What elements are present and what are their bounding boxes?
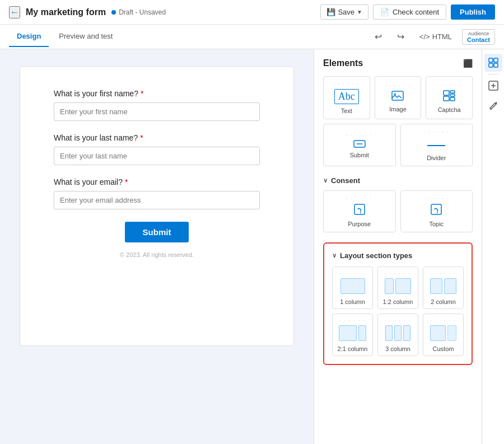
draft-status: Draft - Unsaved: [111, 8, 166, 16]
save-icon: 💾: [326, 8, 335, 16]
text-dots: · · · · · ·: [334, 82, 360, 87]
audience-badge[interactable]: Audience Contact: [462, 29, 495, 45]
tab-design[interactable]: Design: [9, 26, 49, 47]
21col-small-box: [358, 325, 366, 341]
svg-rect-5: [444, 96, 449, 101]
layout-12col[interactable]: · · · · · · 1:2 column: [377, 267, 418, 309]
tabs-bar: Design Preview and test ↩ ↪ </> HTML Aud…: [0, 25, 504, 49]
main-content: What is your first name?* What is your l…: [0, 49, 504, 444]
layout-1col[interactable]: · · · · · · 1 column: [332, 267, 373, 309]
captcha-icon: [443, 90, 455, 104]
svg-rect-10: [354, 204, 365, 214]
12col-dots: · · · · · ·: [385, 272, 410, 276]
email-input[interactable]: [54, 191, 260, 209]
draft-dot: [111, 10, 116, 15]
element-purpose[interactable]: · · · · · · Purpose: [323, 190, 396, 232]
purpose-dots: · · · · · ·: [347, 197, 372, 201]
tabs-left: Design Preview and test: [9, 26, 123, 47]
layout-title: ∨ Layout section types: [332, 251, 464, 260]
layout-section: ∨ Layout section types · · · · · · 1 col…: [323, 242, 473, 365]
2col-box2: [444, 278, 456, 294]
save-button[interactable]: 💾 Save ▼: [320, 4, 368, 20]
submit-button[interactable]: Submit: [125, 222, 189, 242]
submit-area: Submit: [54, 222, 260, 242]
12col-big-box: [395, 278, 411, 294]
element-submit[interactable]: · · · · · · Submit: [323, 124, 396, 166]
1col-box: [340, 278, 365, 294]
sidebar-edit-button[interactable]: [484, 97, 502, 115]
21col-label: 2:1 column: [338, 345, 368, 352]
sidebar-elements-button[interactable]: [484, 54, 502, 72]
element-divider[interactable]: · · · · · · Divider: [400, 124, 473, 166]
form-canvas: What is your first name?* What is your l…: [0, 49, 314, 444]
tab-preview[interactable]: Preview and test: [51, 26, 120, 47]
elements-grid: · · · · · · Abc Text · · · · · · Image ·…: [323, 76, 473, 119]
svg-rect-15: [494, 58, 498, 62]
last-name-group: What is your last name?*: [54, 133, 260, 165]
sidebar-add-button[interactable]: [484, 77, 502, 95]
layout-title-label: Layout section types: [340, 251, 412, 260]
image-dots: · · · · · ·: [385, 84, 410, 88]
21col-big-box: [339, 325, 357, 341]
html-button[interactable]: </> HTML: [415, 30, 456, 43]
svg-rect-4: [450, 94, 455, 96]
svg-rect-16: [489, 63, 493, 67]
tabs-right: ↩ ↪ </> HTML Audience Contact: [370, 29, 495, 45]
3col-box1: [385, 325, 393, 341]
sidebar-divider: [488, 74, 499, 74]
submit-label: Submit: [350, 152, 369, 158]
3col-label: 3 column: [385, 345, 410, 352]
custom-visual: [430, 325, 456, 341]
2col-label: 2 column: [431, 298, 456, 305]
required-star-2: *: [140, 133, 143, 142]
layout-collapse-icon[interactable]: ∨: [332, 252, 337, 259]
1col-label: 1 column: [340, 298, 365, 305]
purpose-icon: [353, 203, 366, 218]
svg-rect-12: [431, 204, 441, 214]
layout-2col[interactable]: · · · · · · 2 column: [423, 267, 464, 309]
12col-visual: [385, 278, 411, 294]
21col-visual: [339, 325, 366, 341]
svg-rect-14: [489, 58, 493, 62]
first-name-input[interactable]: [54, 102, 260, 121]
save-chevron: ▼: [357, 9, 362, 15]
divider-dots: · · · · · ·: [423, 130, 449, 134]
element-captcha[interactable]: · · · · · · Captcha: [426, 76, 473, 119]
consent-collapse-icon[interactable]: ∨: [323, 177, 328, 184]
submit-dots: · · · · · ·: [347, 133, 372, 138]
first-name-label: What is your first name?*: [54, 89, 260, 98]
topic-icon: [430, 203, 442, 218]
3col-box3: [403, 325, 410, 341]
layout-3col[interactable]: · · · · · · 3 column: [377, 314, 418, 356]
custom-dots: · · · · · ·: [430, 319, 456, 323]
check-content-label: Check content: [393, 8, 439, 16]
svg-rect-17: [494, 63, 498, 67]
html-label: HTML: [432, 32, 452, 41]
form-card: What is your first name?* What is your l…: [20, 66, 294, 346]
header-left: ← My marketing form Draft - Unsaved: [9, 6, 314, 18]
right-panel: Elements ⬛ · · · · · · Abc Text · · · · …: [314, 49, 482, 444]
undo-button[interactable]: ↩: [370, 29, 387, 45]
last-name-input[interactable]: [54, 147, 260, 165]
image-label: Image: [389, 106, 407, 113]
check-content-button[interactable]: 📄 Check content: [373, 4, 446, 20]
email-group: What is your email?*: [54, 177, 260, 209]
custom-label: Custom: [433, 345, 454, 352]
custom-box2: [447, 325, 456, 341]
element-image[interactable]: · · · · · · Image: [375, 76, 422, 119]
topic-label: Topic: [429, 221, 444, 227]
elements-grid-2: · · · · · · Submit · · · · · · Divider: [323, 124, 473, 166]
publish-button[interactable]: Publish: [451, 4, 495, 20]
21col-dots: · · · · · ·: [339, 319, 365, 323]
panel-header: Elements ⬛: [323, 58, 473, 68]
1col-visual: [340, 278, 365, 294]
layout-custom[interactable]: · · · · · · Custom: [423, 314, 464, 356]
redo-button[interactable]: ↪: [393, 29, 409, 45]
back-button[interactable]: ←: [9, 6, 20, 18]
layout-21col[interactable]: · · · · · · 2:1 column: [332, 314, 373, 356]
submit-icon: [353, 140, 366, 149]
element-text[interactable]: · · · · · · Abc Text: [323, 76, 370, 119]
element-topic[interactable]: · · · · · · Topic: [400, 190, 473, 232]
panel-icon[interactable]: ⬛: [463, 59, 473, 68]
svg-point-13: [437, 212, 438, 213]
